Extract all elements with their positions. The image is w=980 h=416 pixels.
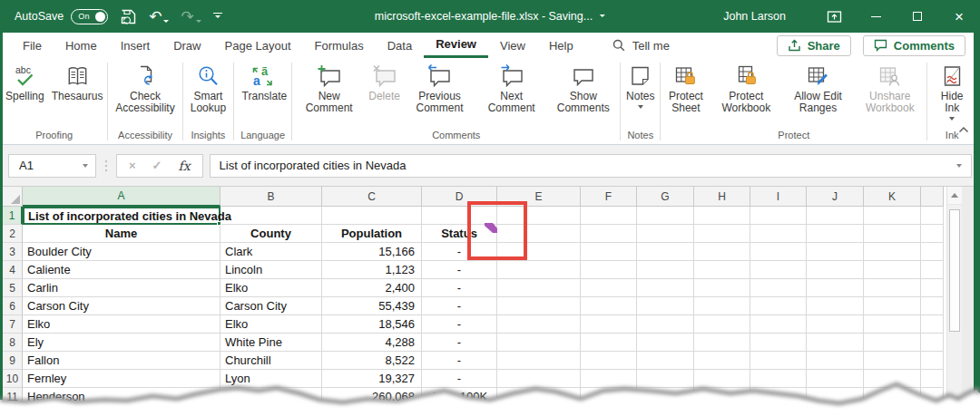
tell-me-box[interactable]: Tell me	[612, 33, 670, 58]
cell-J9[interactable]	[807, 352, 864, 370]
cell-F11[interactable]	[581, 388, 637, 406]
cell-B2[interactable]: County	[220, 225, 322, 243]
smart-lookup-button[interactable]: Smart Lookup	[184, 61, 233, 114]
enter-icon[interactable]: ✓	[152, 159, 162, 172]
column-header-G[interactable]: G	[637, 187, 694, 207]
cell-A3[interactable]: Boulder City	[23, 243, 220, 261]
cell-I8[interactable]	[750, 334, 807, 352]
show-comments-button[interactable]: Show Comments	[547, 61, 619, 114]
cell-G11[interactable]	[637, 388, 694, 406]
cell-G8[interactable]	[637, 334, 694, 352]
allow-edit-ranges-button[interactable]: Allow Edit Ranges	[782, 61, 854, 114]
check-accessibility-button[interactable]: Check Accessibility	[109, 61, 181, 114]
formula-bar-drag-handle[interactable]	[105, 165, 107, 167]
cell-G4[interactable]	[637, 261, 694, 279]
cell-A11[interactable]: Henderson	[23, 388, 220, 406]
row-header-3[interactable]: 3	[3, 243, 23, 261]
cell-H5[interactable]	[694, 279, 750, 297]
cancel-icon[interactable]: ×	[129, 159, 136, 172]
cell-K7[interactable]	[864, 315, 921, 334]
row-header-9[interactable]: 9	[3, 352, 23, 370]
cell-B4[interactable]: Lincoln	[220, 261, 322, 279]
cell-I7[interactable]	[750, 315, 807, 334]
cell-J7[interactable]	[807, 315, 864, 334]
tab-file[interactable]: File	[11, 33, 54, 58]
cell-G1[interactable]	[637, 207, 694, 225]
cell-J5[interactable]	[807, 279, 864, 297]
thesaurus-button[interactable]: Thesaurus	[48, 61, 107, 102]
next-comment-button[interactable]: Next Comment	[475, 61, 547, 114]
cell-H10[interactable]	[694, 370, 750, 388]
column-header-K[interactable]: K	[864, 187, 921, 207]
collapse-ribbon-button[interactable]	[958, 121, 969, 137]
column-header-C[interactable]: C	[322, 187, 422, 207]
cell-D11[interactable]: Over 100K	[422, 388, 497, 406]
tab-draw[interactable]: Draw	[162, 33, 212, 58]
cell-D9[interactable]: -	[422, 352, 497, 370]
cell-K5[interactable]	[864, 279, 921, 297]
cell-E6[interactable]	[497, 297, 581, 315]
cell-I4[interactable]	[750, 261, 807, 279]
cell-F2[interactable]	[581, 225, 637, 243]
cell-C3[interactable]: 15,166	[322, 243, 422, 261]
cell-F7[interactable]	[581, 315, 637, 334]
title-caret-icon[interactable]	[600, 15, 605, 17]
select-all-button[interactable]	[3, 187, 23, 207]
cell-B8[interactable]: White Pine	[220, 334, 322, 352]
tab-view[interactable]: View	[488, 33, 537, 58]
cell-J8[interactable]	[807, 334, 864, 352]
insert-function-icon[interactable]: fx	[179, 159, 191, 173]
cell-C6[interactable]: 55,439	[322, 297, 422, 315]
cell-K10[interactable]	[864, 370, 921, 388]
tab-formulas[interactable]: Formulas	[303, 33, 376, 58]
hide-ink-button[interactable]: Hide Ink	[928, 61, 975, 121]
previous-comment-button[interactable]: Previous Comment	[404, 61, 475, 114]
maximize-button[interactable]	[897, 0, 938, 33]
row-header-11[interactable]: 11	[3, 388, 23, 406]
cell-B9[interactable]: Churchill	[220, 352, 322, 370]
cell-D8[interactable]: -	[422, 334, 497, 352]
cell-A10[interactable]: Fernley	[23, 370, 220, 388]
share-button[interactable]: Share	[777, 35, 851, 56]
column-header-A[interactable]: A	[23, 187, 220, 207]
cell-C5[interactable]: 2,400	[322, 279, 422, 297]
cell-J1[interactable]	[807, 207, 864, 225]
cell-G7[interactable]	[637, 315, 694, 334]
cell-F10[interactable]	[581, 370, 637, 388]
column-header-F[interactable]: F	[581, 187, 637, 207]
cell-I5[interactable]	[750, 279, 807, 297]
fill-handle[interactable]	[217, 221, 221, 226]
tab-review[interactable]: Review	[424, 33, 488, 58]
cell-H8[interactable]	[694, 334, 750, 352]
cell-H6[interactable]	[694, 297, 750, 315]
cell-J11[interactable]	[807, 388, 864, 406]
row-header-4[interactable]: 4	[3, 261, 23, 279]
tab-page-layout[interactable]: Page Layout	[213, 33, 303, 58]
cell-K2[interactable]	[864, 225, 921, 243]
cell-A1[interactable]: List of incorporated cities in Nevada	[23, 207, 220, 225]
cell-B6[interactable]: Carson City	[220, 297, 322, 315]
cell-J2[interactable]	[807, 225, 864, 243]
cell-G2[interactable]	[637, 225, 694, 243]
cell-B10[interactable]: Lyon	[220, 370, 322, 388]
column-header-I[interactable]: I	[750, 187, 807, 207]
cell-A7[interactable]: Elko	[23, 315, 220, 334]
scroll-up-button[interactable]	[947, 187, 962, 205]
cell-F3[interactable]	[581, 243, 637, 261]
cell-F9[interactable]	[581, 352, 637, 370]
cell-E11[interactable]	[497, 388, 581, 406]
new-comment-button[interactable]: New Comment	[293, 61, 365, 114]
cell-E5[interactable]	[497, 279, 581, 297]
scrollbar-thumb[interactable]	[949, 209, 960, 332]
delete-comment-button[interactable]: Delete	[365, 61, 404, 102]
cell-C11[interactable]: 260,068	[322, 388, 422, 406]
cell-E10[interactable]	[497, 370, 581, 388]
cell-A8[interactable]: Ely	[23, 334, 220, 352]
tab-insert[interactable]: Insert	[109, 33, 162, 58]
translate-button[interactable]: ã a Translate	[239, 61, 288, 102]
cell-K3[interactable]	[864, 243, 921, 261]
cell-I9[interactable]	[750, 352, 807, 370]
tab-data[interactable]: Data	[376, 33, 424, 58]
cell-G5[interactable]	[637, 279, 694, 297]
cell-F6[interactable]	[581, 297, 637, 315]
